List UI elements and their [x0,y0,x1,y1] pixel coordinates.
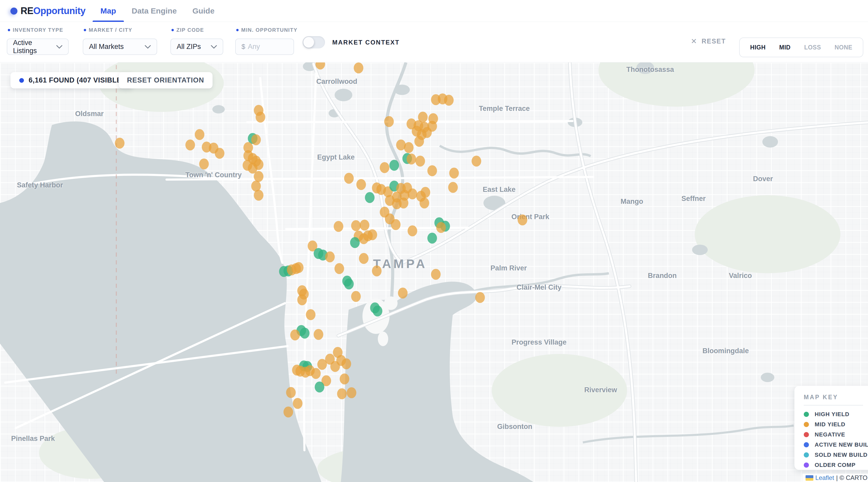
mid-yield-marker[interactable] [444,95,454,106]
older-comp-dot-icon [804,462,809,468]
mid-yield-marker[interactable] [420,198,429,208]
mid-yield-marker[interactable] [254,171,264,182]
tab-data-engine[interactable]: Data Engine [124,0,184,22]
mid-yield-marker[interactable] [286,387,296,398]
mid-yield-marker[interactable] [251,134,261,145]
reset-filters-button[interactable]: ✕ RESET [691,37,726,46]
chevron-down-icon [145,45,151,49]
mid-yield-marker[interactable] [255,112,265,123]
mid-yield-marker[interactable] [404,142,414,153]
high-yield-marker[interactable] [344,278,354,290]
mid-yield-marker[interactable] [306,309,316,320]
mid-yield-marker[interactable] [359,253,368,264]
mid-yield-marker[interactable] [380,207,389,218]
market-city-select[interactable]: All Markets [83,38,157,55]
mid-yield-marker[interactable] [283,406,293,418]
mid-yield-marker[interactable] [407,225,417,236]
mid-yield-marker[interactable] [449,168,459,179]
mid-yield-marker[interactable] [353,62,363,73]
mid-yield-marker[interactable] [344,173,354,184]
chevron-down-icon [56,45,62,49]
mid-yield-marker[interactable] [215,148,224,159]
mid-yield-marker[interactable] [185,140,195,150]
high-yield-marker[interactable] [315,382,324,392]
high-yield-marker[interactable] [350,237,360,248]
mid-yield-marker[interactable] [335,263,344,274]
mid-yield-marker[interactable] [421,187,430,198]
yield-filter-high[interactable]: HIGH [750,44,766,51]
mid-yield-marker[interactable] [360,220,369,231]
mid-yield-marker[interactable] [428,121,437,132]
mid-yield-marker[interactable] [311,368,321,379]
mid-yield-marker[interactable] [415,156,425,167]
mid-yield-marker[interactable] [334,221,343,232]
blue-dot-icon [19,78,24,83]
app-header: REOpportunity Map Data Engine Guide [0,0,868,22]
min-opportunity-field[interactable]: $ [235,38,294,55]
high-yield-marker[interactable] [365,192,375,203]
mid-yield-marker[interactable] [368,229,377,240]
mid-yield-marker[interactable] [115,138,125,149]
mid-yield-marker[interactable] [475,292,485,303]
mid-yield-marker[interactable] [199,158,209,170]
mid-yield-marker[interactable] [380,162,389,173]
high-yield-marker[interactable] [389,160,399,171]
legend-item-negative: NEGATIVE [804,429,868,440]
leaflet-link[interactable]: Leaflet [815,474,834,481]
mid-yield-marker[interactable] [398,288,407,299]
mid-yield-marker[interactable] [384,116,394,127]
main-nav: Map Data Engine Guide [93,0,222,22]
mid-yield-marker[interactable] [414,136,424,147]
mid-yield-marker[interactable] [293,398,303,409]
legend-item-sold-new-build: SOLD NEW BUILD [804,450,868,460]
mid-yield-marker[interactable] [518,214,527,225]
zip-code-select[interactable]: All ZIPs [170,38,223,55]
app-logo: REOpportunity [10,0,85,22]
close-icon: ✕ [691,37,697,46]
high-yield-marker[interactable] [300,328,309,339]
mid-yield-marker[interactable] [290,330,300,340]
mid-yield-marker[interactable] [436,222,446,233]
negative-dot-icon [804,432,809,437]
mid-yield-marker[interactable] [372,266,381,276]
mid-yield-marker[interactable] [337,388,347,399]
mid-yield-marker[interactable] [317,359,327,370]
mid-yield-marker[interactable] [407,154,416,164]
chevron-down-icon [211,45,217,49]
mid-yield-marker[interactable] [356,179,366,190]
market-context-toggle[interactable] [303,36,325,49]
mid-yield-marker[interactable] [351,291,361,302]
mid-yield-marker[interactable] [347,387,356,398]
min-opportunity-input[interactable] [248,43,282,51]
blue-dot-icon [236,29,239,31]
yield-filter-none[interactable]: NONE [834,44,852,51]
mid-yield-marker[interactable] [448,182,458,193]
mid-yield-marker[interactable] [254,190,264,201]
mid-yield-marker[interactable] [431,269,440,280]
tab-guide[interactable]: Guide [184,0,222,22]
mid-yield-marker[interactable] [294,262,303,273]
results-count-text: 6,161 FOUND (407 VISIBLE) [29,76,124,84]
yield-filter-mid[interactable]: MID [779,44,791,51]
high-yield-marker[interactable] [373,305,382,317]
mid-yield-marker[interactable] [399,198,408,208]
brand-opportunity: Opportunity [33,5,85,16]
legend-item-active-new-build: ACTIVE NEW BUILD [804,440,868,450]
high-yield-marker[interactable] [428,233,437,244]
mid-yield-marker[interactable] [314,329,323,340]
mid-yield-marker[interactable] [195,129,205,140]
reset-orientation-button[interactable]: RESET ORIENTATION [119,72,213,89]
mid-yield-marker[interactable] [330,361,340,372]
mid-yield-marker[interactable] [325,251,335,262]
mid-yield-marker[interactable] [297,294,307,305]
inventory-type-label: INVENTORY TYPE [8,27,63,33]
map-attribution: Leaflet | © CARTO [802,474,868,482]
mid-yield-marker[interactable] [342,358,351,369]
mid-yield-marker[interactable] [472,156,482,167]
tab-map[interactable]: Map [93,0,124,22]
mid-yield-marker[interactable] [351,220,361,231]
inventory-type-select[interactable]: Active Listings [7,38,69,55]
mid-yield-marker[interactable] [428,165,437,176]
yield-filter-loss[interactable]: LOSS [804,44,821,51]
mid-yield-marker[interactable] [340,373,349,384]
